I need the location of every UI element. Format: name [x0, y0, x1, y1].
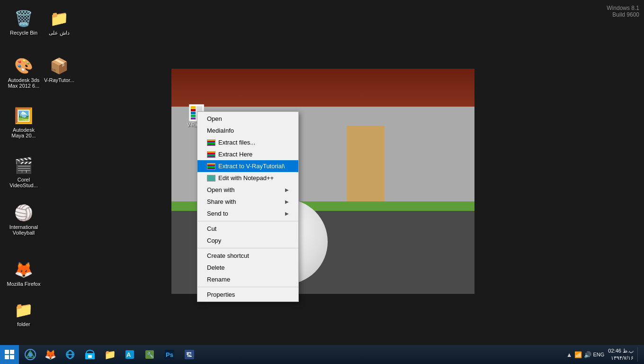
scene-roof: [171, 69, 474, 111]
extract-files-icon: [207, 139, 215, 146]
app2-icon: 🔧: [144, 349, 155, 360]
autodesk-3ds-label: Autodesk 3ds Max 2012 6...: [7, 77, 41, 89]
open-label: Open: [207, 115, 222, 122]
store-icon: [85, 349, 95, 360]
separator-3: [197, 287, 298, 287]
context-menu-item-send-to[interactable]: Send to ▶: [197, 208, 298, 219]
chrome-icon: [25, 349, 36, 360]
desktop-icon-recycle-bin[interactable]: 🗑️ Recycle Bin: [5, 7, 43, 37]
taskbar-icons: 🦊 📁 A: [19, 345, 201, 364]
open-with-label: Open with: [207, 186, 235, 193]
start-button[interactable]: [0, 345, 19, 364]
firefox-label: Mozilla Firefox: [7, 281, 41, 287]
context-menu-item-notepadpp[interactable]: Edit with Notepad++: [197, 172, 298, 184]
svg-rect-8: [5, 350, 9, 354]
desktop-icon-corel[interactable]: 🎬 Corel VideoStud...: [5, 154, 43, 190]
taskbar-clock[interactable]: 02:46 ب.ظ ۱۳۹۴/۷/۱۶: [608, 347, 634, 362]
vray-label: V-RayTutor...: [44, 77, 74, 83]
desktop-icon-dash-ali[interactable]: 📁 داش علی: [40, 7, 78, 38]
corel-icon: 🎬: [14, 156, 33, 175]
volume-icon[interactable]: 🔊: [584, 351, 591, 358]
desktop-icon-volleyball[interactable]: 🏐 International Volleyball: [5, 201, 43, 237]
desktop-icon-vray[interactable]: 📦 V-RayTutor...: [40, 55, 78, 85]
clock-date: ۱۳۹۴/۷/۱۶: [611, 355, 634, 362]
rename-label: Rename: [207, 276, 230, 283]
extract-files-label: Extract files...: [218, 139, 255, 146]
corel-label: Corel VideoStud...: [7, 177, 41, 188]
svg-rect-10: [5, 355, 9, 359]
svg-point-13: [28, 352, 33, 357]
context-menu-item-open[interactable]: Open: [197, 113, 298, 125]
notepadpp-icon: [207, 175, 215, 182]
context-menu-item-create-shortcut[interactable]: Create shortcut: [197, 250, 298, 262]
send-to-arrow: ▶: [285, 211, 289, 216]
language-indicator[interactable]: ENG: [593, 352, 605, 357]
svg-rect-2: [191, 109, 196, 111]
show-desktop-button[interactable]: [637, 347, 640, 362]
folder-icon: 📁: [50, 9, 69, 28]
recycle-bin-label: Recycle Bin: [10, 30, 37, 36]
taskbar-icon-ie[interactable]: [61, 345, 80, 364]
os-label: Windows 8.1: [607, 5, 639, 11]
context-menu: Open MediaInfo Extract files... Extract …: [197, 111, 299, 302]
context-menu-item-copy[interactable]: Copy: [197, 235, 298, 246]
desktop-icon-firefox[interactable]: 🦊 Mozilla Firefox: [5, 258, 43, 289]
context-menu-item-properties[interactable]: Properties: [197, 289, 298, 300]
svg-rect-11: [10, 355, 14, 359]
desktop-icon-autodesk-3ds[interactable]: 🎨 Autodesk 3ds Max 2012 6...: [5, 55, 43, 91]
svg-text:Ps: Ps: [166, 351, 173, 358]
taskbar-icon-explorer[interactable]: 📁: [100, 345, 119, 364]
app3-icon: 🏗: [184, 349, 195, 360]
context-menu-item-extract-to[interactable]: Extract to V-RayTutorial\: [197, 160, 298, 172]
taskbar-icon-photoshop[interactable]: Ps: [160, 345, 179, 364]
svg-rect-1: [191, 106, 196, 109]
mediainfo-label: MediaInfo: [207, 127, 234, 134]
firefox-icon: 🦊: [14, 260, 33, 279]
open-with-arrow: ▶: [285, 187, 289, 192]
cut-label: Cut: [207, 225, 216, 232]
context-menu-item-cut[interactable]: Cut: [197, 223, 298, 235]
folder-icon: 📁: [14, 300, 33, 319]
context-menu-item-delete[interactable]: Delete: [197, 262, 298, 273]
send-to-label: Send to: [207, 210, 228, 217]
svg-text:🏗: 🏗: [186, 352, 192, 358]
scene-door: [347, 126, 385, 206]
context-menu-item-mediainfo[interactable]: MediaInfo: [197, 125, 298, 136]
tray-expand-icon[interactable]: ▲: [566, 351, 572, 358]
svg-rect-9: [10, 350, 14, 354]
desktop: 🗑️ Recycle Bin 📁 داش علی 🎨 Autodesk 3ds …: [0, 0, 644, 364]
desktop-icon-maya[interactable]: 🖼️ Autodesk Maya 20...: [5, 104, 43, 140]
separator-2: [197, 248, 298, 248]
extract-here-label: Extract Here: [218, 151, 252, 158]
context-menu-item-rename[interactable]: Rename: [197, 273, 298, 285]
windows-logo-icon: [4, 349, 15, 360]
svg-text:🔧: 🔧: [147, 351, 154, 358]
context-menu-item-extract-files[interactable]: Extract files...: [197, 136, 298, 148]
share-with-arrow: ▶: [285, 199, 289, 204]
autodesk-taskbar-icon: A: [125, 349, 135, 360]
volleyball-label: International Volleyball: [7, 224, 41, 236]
context-menu-item-share-with[interactable]: Share with ▶: [197, 196, 298, 208]
taskbar-icon-firefox[interactable]: 🦊: [41, 345, 60, 364]
desktop-icon-folder[interactable]: 📁 folder: [5, 299, 43, 329]
extract-to-label: Extract to V-RayTutorial\: [218, 163, 285, 170]
separator-1: [197, 221, 298, 221]
taskbar-icon-app3[interactable]: 🏗: [180, 345, 199, 364]
context-menu-item-open-with[interactable]: Open with ▶: [197, 184, 298, 196]
ie-icon: [65, 349, 75, 360]
maya-icon: 🖼️: [14, 106, 33, 125]
svg-rect-4: [191, 115, 196, 117]
properties-label: Properties: [207, 291, 235, 298]
recycle-bin-icon: 🗑️: [14, 9, 33, 28]
os-info: Windows 8.1 Build 9600: [607, 5, 639, 18]
build-label: Build 9600: [607, 11, 639, 18]
extract-here-icon: [207, 151, 215, 158]
autodesk-3ds-icon: 🎨: [14, 56, 33, 75]
taskbar-icon-store[interactable]: [80, 345, 99, 364]
taskbar-icon-autodesk[interactable]: A: [120, 345, 139, 364]
taskbar-icon-app2[interactable]: 🔧: [140, 345, 159, 364]
network-icon[interactable]: 📶: [574, 351, 582, 358]
context-menu-item-extract-here[interactable]: Extract Here: [197, 148, 298, 160]
taskbar-icon-chrome[interactable]: [21, 345, 40, 364]
dash-ali-label: داش علی: [49, 30, 70, 36]
